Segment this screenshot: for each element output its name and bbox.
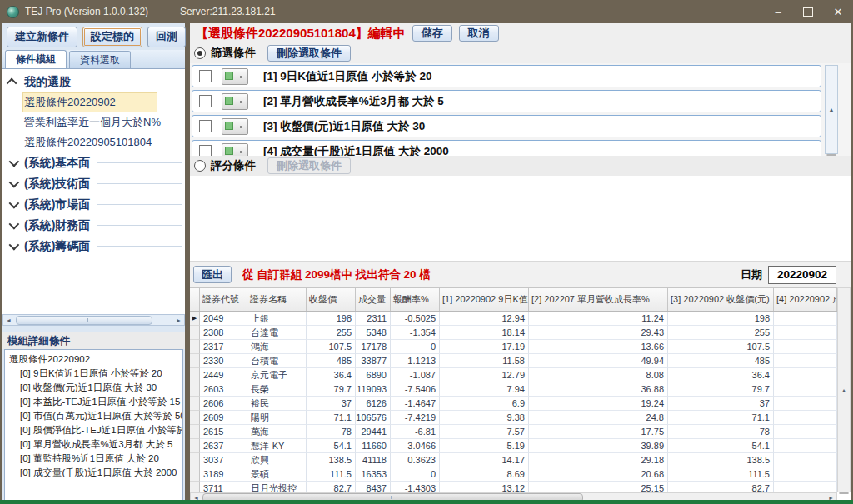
- table-cell: 5348: [356, 326, 391, 340]
- table-cell: 2330: [200, 354, 247, 368]
- scroll-thumb[interactable]: [16, 316, 152, 325]
- table-cell: 6.9: [440, 397, 529, 411]
- table-cell: 255: [668, 326, 774, 340]
- maximize-icon[interactable]: [793, 0, 823, 23]
- condition-toggle-icon[interactable]: [222, 68, 248, 85]
- backtest-button[interactable]: 回測: [147, 27, 186, 47]
- app-logo-icon: [7, 6, 19, 18]
- table-cell: 82.7: [307, 482, 356, 492]
- toolbar: 建立新條件 設定標的 回測: [2, 23, 185, 50]
- condition-row-3[interactable]: [3] 收盤價(元)近1日原值 大於 30: [192, 115, 821, 137]
- collapse-icon[interactable]: [7, 78, 17, 89]
- table-cell: [774, 340, 837, 354]
- table-row[interactable]: 2606裕民376126-1.46476.919.2437: [190, 397, 837, 411]
- tree-group-1[interactable]: (系統)基本面: [2, 152, 185, 173]
- table-cell: 107.5: [307, 340, 356, 354]
- condition-list-vscrollbar[interactable]: ▲ ▼: [825, 65, 838, 154]
- toggle-green-square: [225, 97, 233, 105]
- header-marker-cell: [190, 288, 200, 311]
- tree-group-2[interactable]: (系統)技術面: [2, 173, 185, 194]
- table-vscrollbar[interactable]: ▲ ▼: [837, 287, 851, 492]
- table-cell: 12.79: [440, 368, 529, 382]
- table-cell: -1.087: [391, 368, 440, 382]
- table-row[interactable]: 2330台積電48533877-1.121311.5849.94485: [190, 354, 837, 368]
- expand-icon[interactable]: [9, 219, 20, 230]
- row-marker-cell: [190, 354, 200, 368]
- new-condition-button[interactable]: 建立新條件: [7, 27, 77, 47]
- scroll-left-icon[interactable]: ◄: [3, 315, 14, 325]
- table-cell: 8.69: [440, 467, 529, 482]
- table-cell: 3037: [200, 453, 247, 467]
- set-target-button[interactable]: 設定標的: [82, 27, 142, 47]
- tab-data-select[interactable]: 資料選取: [69, 51, 131, 68]
- tab-condition-module[interactable]: 條件模組: [5, 50, 67, 68]
- cancel-button[interactable]: 取消: [459, 25, 499, 42]
- table-row[interactable]: 2449京元電子36.46890-1.08712.798.0836.4: [190, 368, 837, 382]
- condition-row-1[interactable]: [1] 9日K值近1日原值 小於等於 20: [192, 65, 821, 87]
- column-header[interactable]: [1] 20220902 9日K值: [440, 288, 529, 311]
- table-row[interactable]: 3037欣興138.5411180.362314.1729.18138.5: [190, 453, 837, 467]
- table-cell: 17.19: [440, 340, 529, 354]
- filter-section-row: 篩選條件 刪除選取條件: [190, 43, 851, 63]
- tree-item-0-1[interactable]: 營業利益率近一個月大於N%: [2, 112, 185, 132]
- expand-icon[interactable]: [9, 198, 20, 209]
- table-row[interactable]: 2609陽明71.1106576-7.42199.3824.871.1: [190, 411, 837, 425]
- column-header[interactable]: 報酬率%: [391, 288, 440, 311]
- condition-checkbox[interactable]: [199, 120, 212, 132]
- condition-toggle-icon[interactable]: [222, 93, 248, 110]
- table-row[interactable]: 2308台達電2555348-1.35418.1429.43255: [190, 326, 837, 340]
- filter-radio[interactable]: [194, 47, 206, 59]
- tree-group-3[interactable]: (系統)市場面: [2, 194, 185, 215]
- condition-row-4[interactable]: [4] 成交量(千股)近1日原值 大於 2000: [192, 140, 821, 156]
- table-cell: -7.5406: [391, 382, 440, 397]
- save-button[interactable]: 儲存: [412, 25, 452, 42]
- table-cell: 82.7: [668, 482, 774, 492]
- column-header[interactable]: 成交量: [356, 288, 391, 311]
- date-input[interactable]: 20220902: [768, 266, 836, 284]
- expand-icon[interactable]: [9, 177, 20, 188]
- condition-checkbox[interactable]: [199, 95, 212, 107]
- table-row[interactable]: 3189景碩111.51635308.6920.68111.5: [190, 467, 837, 482]
- scroll-up-icon[interactable]: ▲: [826, 66, 837, 153]
- table-cell: 119093: [356, 382, 391, 397]
- export-button[interactable]: 匯出: [193, 266, 232, 283]
- delete-selected-filter-button[interactable]: 刪除選取條件: [267, 45, 351, 62]
- minimize-icon[interactable]: –: [763, 0, 793, 23]
- detail-panel-title: 模組詳細條件: [2, 332, 185, 349]
- expand-icon[interactable]: [9, 157, 20, 167]
- expand-icon[interactable]: [9, 240, 20, 251]
- tree-group-0[interactable]: 我的選股: [2, 72, 185, 92]
- tree-hscrollbar[interactable]: ◄ ►: [2, 314, 185, 326]
- table-row[interactable]: ▶2049上銀1982311-0.502512.9411.24198: [190, 312, 837, 326]
- column-header[interactable]: 證券名稱: [247, 288, 307, 311]
- table-row[interactable]: 3711日月光投控82.78437-1.430313.1225.1582.7: [190, 482, 837, 492]
- filter-condition-list: [1] 9日K值近1日原值 小於等於 20[2] 單月營收成長率%近3月都 大於…: [190, 63, 851, 156]
- condition-row-2[interactable]: [2] 單月營收成長率%近3月都 大於 5: [192, 90, 821, 112]
- close-icon[interactable]: ✕: [823, 0, 853, 23]
- table-row[interactable]: 2637慧洋-KY54.111660-3.04665.1939.8954.1: [190, 439, 837, 453]
- tree-item-0-2[interactable]: 選股條件20220905101804: [2, 132, 185, 152]
- condition-toggle-icon[interactable]: [222, 143, 248, 157]
- condition-checkbox[interactable]: [199, 70, 212, 82]
- tree-item-0-0[interactable]: 選股條件20220902: [22, 92, 157, 112]
- condition-toggle-icon[interactable]: [222, 118, 248, 135]
- column-header[interactable]: [3] 20220902 收盤價(元): [668, 288, 774, 311]
- condition-checkbox[interactable]: [199, 145, 212, 156]
- tree-group-5[interactable]: (系統)籌碼面: [2, 236, 185, 257]
- table-cell: 陽明: [247, 411, 307, 425]
- table-row[interactable]: 2615萬海7829441-6.817.5717.7578: [190, 425, 837, 439]
- table-row[interactable]: 2603長榮79.7119093-7.54067.9436.8879.7: [190, 382, 837, 397]
- column-header[interactable]: [4] 20220902 成交量: [774, 288, 837, 311]
- table-cell: 24.8: [529, 411, 668, 425]
- date-group: 日期 20220902: [741, 266, 836, 284]
- scroll-right-icon[interactable]: ►: [173, 315, 184, 325]
- column-header[interactable]: 證券代號: [200, 288, 247, 311]
- tree-group-4[interactable]: (系統)財務面: [2, 215, 185, 236]
- column-header[interactable]: [2] 202207 單月營收成長率%: [529, 288, 668, 311]
- score-radio[interactable]: [194, 160, 206, 172]
- table-cell: 17.75: [529, 425, 668, 439]
- scroll-up-icon[interactable]: ▲: [839, 288, 850, 492]
- column-header[interactable]: 收盤價: [307, 288, 356, 311]
- table-row[interactable]: 2317鴻海107.517178017.1913.66107.5: [190, 340, 837, 354]
- table-cell: 25.15: [529, 482, 668, 492]
